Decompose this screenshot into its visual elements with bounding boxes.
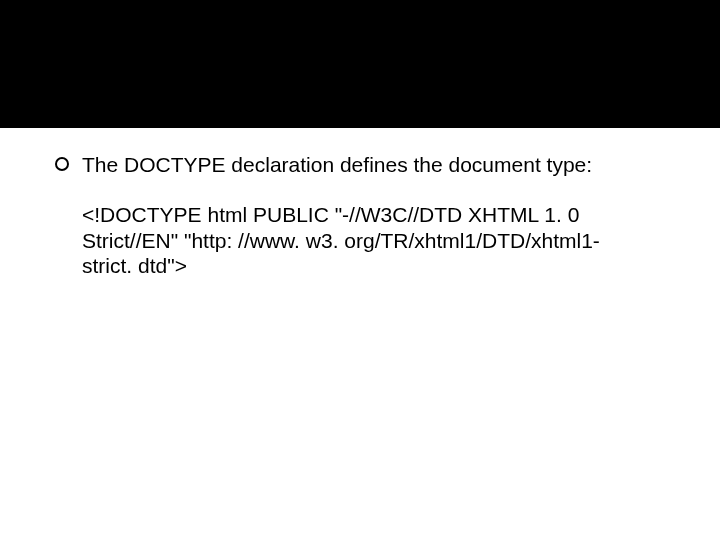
code-line-3: strict. dtd"> xyxy=(82,253,642,279)
code-line-2: Strict//EN" "http: //www. w3. org/TR/xht… xyxy=(82,228,642,254)
bullet-text: The DOCTYPE declaration defines the docu… xyxy=(82,152,592,178)
slide: The DOCTYPE declaration defines the docu… xyxy=(0,0,720,540)
code-line-1: <!DOCTYPE html PUBLIC "-//W3C//DTD XHTML… xyxy=(82,202,642,228)
slide-content: The DOCTYPE declaration defines the docu… xyxy=(55,152,665,279)
bullet-item: The DOCTYPE declaration defines the docu… xyxy=(55,152,665,178)
doctype-code-block: <!DOCTYPE html PUBLIC "-//W3C//DTD XHTML… xyxy=(82,202,642,279)
circle-bullet-icon xyxy=(55,157,69,171)
title-bar xyxy=(0,0,720,128)
